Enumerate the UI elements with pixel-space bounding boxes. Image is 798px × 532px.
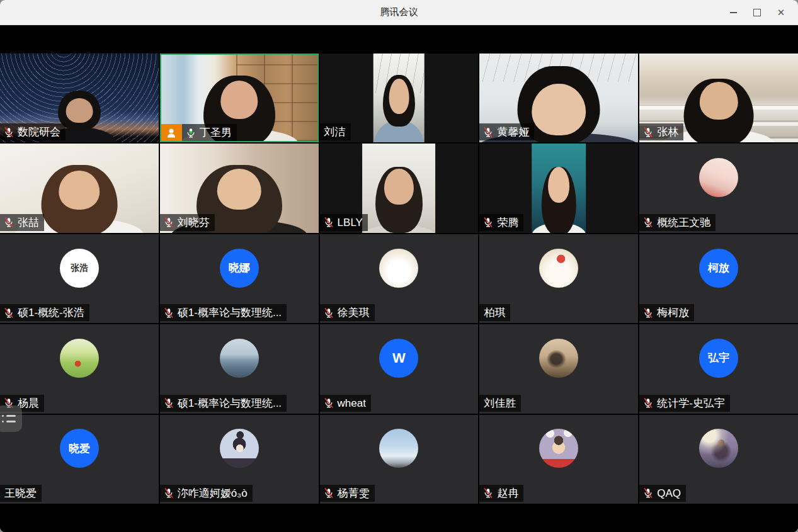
muted-mic-icon (642, 127, 654, 138)
close-button[interactable]: ✕ (770, 3, 792, 22)
participant-name-label: 数院研会 (0, 123, 66, 140)
participant-name: 王晓爱 (4, 485, 37, 502)
participant-name: 刘佳胜 (484, 395, 516, 412)
participant-label-row: 梅柯放 (639, 304, 694, 321)
participant-tile[interactable]: Wwheat (320, 324, 479, 413)
participant-name: 硕1-概率论与数理统... (178, 304, 282, 321)
participant-label-row: 刘晓芬 (160, 214, 215, 231)
member-list-floating-button[interactable] (0, 405, 22, 432)
participant-tile[interactable]: 柏琪 (479, 234, 638, 323)
participant-name: 数院研会 (18, 123, 60, 140)
participant-tile[interactable]: 杨晨 (0, 324, 159, 413)
host-badge (161, 124, 182, 141)
participant-tile[interactable]: 赵冉 (479, 415, 638, 504)
participant-tile[interactable]: 刘晓芬 (160, 144, 319, 232)
participant-tile[interactable]: 张喆 (0, 144, 159, 232)
participant-tile[interactable]: 张浩硕1-概统-张浩 (0, 234, 159, 323)
participant-name-label: 硕1-概率论与数理统... (160, 395, 287, 412)
participant-name: 统计学-史弘宇 (657, 395, 725, 412)
avatar (699, 429, 738, 468)
participant-tile[interactable]: 丁圣男 (160, 54, 319, 142)
muted-mic-icon (642, 307, 654, 319)
avatar (379, 429, 418, 468)
participant-name-label: 概统王文驰 (639, 214, 715, 231)
participant-name-label: 丁圣男 (182, 124, 237, 141)
muted-mic-icon (642, 217, 654, 228)
participant-name: 杨菁雯 (338, 485, 370, 502)
participant-tile[interactable]: LBLY (320, 144, 479, 232)
avatar: 晓爱 (60, 429, 99, 468)
participant-name: 硕1-概率论与数理统... (178, 395, 282, 412)
participant-tile[interactable]: 黄馨娅 (479, 54, 638, 142)
participant-name-label: 张喆 (0, 214, 44, 231)
video-feed (373, 54, 425, 142)
participant-tile[interactable]: 荣腾 (479, 144, 638, 232)
muted-mic-icon (482, 217, 494, 228)
participant-label-row: 数院研会 (0, 123, 66, 140)
participant-name-label: 黄馨娅 (479, 123, 534, 140)
participant-tile[interactable]: 弘宇统计学-史弘宇 (639, 324, 798, 413)
participant-label-row: wheat (320, 395, 371, 412)
participant-label-row: LBLY (320, 214, 368, 231)
participant-silhouette (373, 54, 425, 142)
participant-tile[interactable]: QAQ (639, 415, 798, 504)
participant-tile[interactable]: 刘洁 (320, 54, 479, 142)
participant-name-label: 赵冉 (479, 485, 523, 502)
participant-tile[interactable]: 刘佳胜 (479, 324, 638, 413)
participant-tile[interactable]: 徐美琪 (320, 234, 479, 323)
participant-tile[interactable]: 柯放梅柯放 (639, 234, 798, 323)
tencent-meeting-window: 腾讯会议 ✕ 数院研会丁圣男刘洁黄馨娅张林张喆刘晓芬LBLY荣腾概统王文驰张浩硕… (0, 0, 798, 532)
participant-label-row: 硕1-概率论与数理统... (160, 395, 287, 412)
participant-tile[interactable]: 杨菁雯 (320, 415, 479, 504)
participant-tile[interactable]: 晓爱王晓爱 (0, 415, 159, 504)
participant-label-row: 硕1-概统-张浩 (0, 304, 89, 321)
participant-tile[interactable]: 张林 (639, 54, 798, 142)
participant-label-row: 柏琪 (479, 304, 510, 321)
muted-mic-icon (482, 487, 494, 499)
participant-tile[interactable]: 数院研会 (0, 54, 159, 142)
participant-name-label: 硕1-概率论与数理统... (160, 304, 287, 321)
list-icon (2, 415, 22, 417)
avatar: 张浩 (60, 249, 99, 288)
participant-name: 柏琪 (484, 304, 505, 321)
participant-tile[interactable]: 硕1-概率论与数理统... (160, 324, 319, 413)
participant-name-label: LBLY (320, 214, 368, 231)
avatar (539, 429, 578, 468)
participant-label-row: 徐美琪 (320, 304, 375, 321)
muted-mic-icon (163, 397, 174, 409)
participant-name-label: 刘洁 (320, 123, 351, 140)
muted-mic-icon (3, 217, 14, 228)
participant-name: LBLY (338, 214, 363, 231)
participant-silhouette (532, 144, 586, 232)
participant-name: 徐美琪 (338, 304, 370, 321)
participant-label-row: 杨菁雯 (320, 485, 375, 502)
participant-label-row: 张林 (639, 123, 683, 140)
participant-name: QAQ (657, 485, 681, 502)
participant-label-row: 刘洁 (320, 123, 351, 140)
participant-name: 概统王文驰 (657, 214, 710, 231)
participant-name-label: wheat (320, 395, 371, 412)
maximize-button[interactable] (746, 3, 768, 22)
participant-tile[interactable]: 概统王文驰 (639, 144, 798, 232)
avatar (60, 339, 99, 378)
avatar (539, 339, 578, 378)
muted-mic-icon (642, 397, 654, 409)
participant-name: 沵咋適妸嫒ó₃ò (178, 485, 248, 502)
participant-tile[interactable]: 沵咋適妸嫒ó₃ò (160, 415, 319, 504)
participant-name-label: 徐美琪 (320, 304, 375, 321)
participant-label-row: 黄馨娅 (479, 123, 534, 140)
participant-label-row: 赵冉 (479, 485, 523, 502)
participant-name-label: 柏琪 (479, 304, 510, 321)
participant-name-label: 杨菁雯 (320, 485, 375, 502)
avatar (379, 249, 418, 288)
participant-label-row: 概统王文驰 (639, 214, 715, 231)
participant-label-row: 王晓爱 (0, 485, 42, 502)
participant-name-label: 沵咋適妸嫒ó₃ò (160, 485, 253, 502)
participant-name-label: 梅柯放 (639, 304, 694, 321)
avatar (699, 158, 738, 197)
participant-name: 硕1-概统-张浩 (18, 304, 84, 321)
video-feed (363, 144, 436, 232)
participant-tile[interactable]: 晓娜硕1-概率论与数理统... (160, 234, 319, 323)
minimize-button[interactable] (722, 3, 744, 22)
participant-name-label: 刘晓芬 (160, 214, 215, 231)
